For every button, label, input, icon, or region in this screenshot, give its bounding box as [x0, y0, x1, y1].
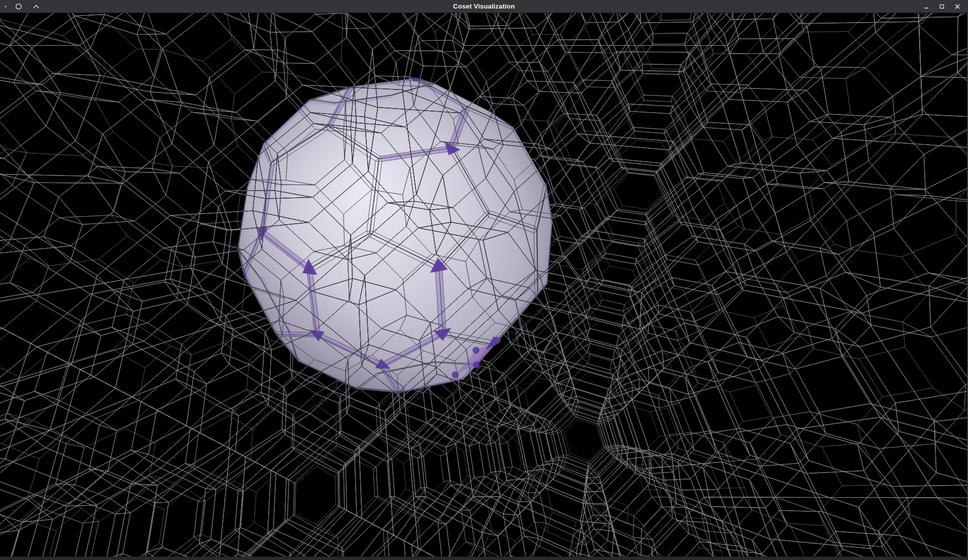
titlebar: Coset Visualization	[0, 0, 968, 13]
coset-3d-viewport[interactable]	[0, 13, 967, 556]
maximize-button[interactable]	[936, 1, 947, 12]
viewport-wrap	[0, 13, 968, 556]
close-icon	[954, 3, 961, 10]
circle-button[interactable]	[13, 1, 24, 12]
app-dot-icon	[5, 6, 7, 8]
chevron-up-button[interactable]	[31, 1, 42, 12]
maximize-icon	[938, 3, 945, 10]
chevron-up-icon	[33, 3, 40, 10]
minimize-button[interactable]	[921, 1, 932, 12]
window-title: Coset Visualization	[0, 0, 968, 13]
circle-icon	[15, 3, 22, 10]
minimize-icon	[923, 3, 930, 10]
titlebar-left-icons	[0, 1, 42, 12]
window-controls	[921, 1, 968, 12]
window-border-bottom	[0, 556, 968, 560]
app-window: Coset Visualization	[0, 0, 968, 560]
close-button[interactable]	[952, 1, 963, 12]
